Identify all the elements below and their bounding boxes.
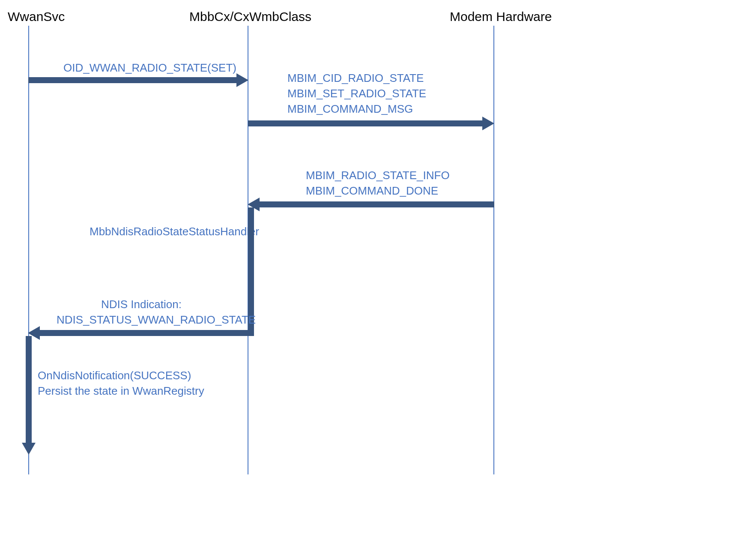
arrow-oid-set bbox=[28, 77, 238, 83]
msg-oid-set-label: OID_WWAN_RADIO_STATE(SET) bbox=[63, 61, 236, 75]
sequence-diagram: WwanSvc MbbCx/CxWmbClass Modem Hardware … bbox=[0, 0, 756, 537]
lifeline-modem bbox=[493, 26, 494, 474]
msg-mbim-done-label: MBIM_COMMAND_DONE bbox=[306, 184, 438, 198]
msg-mbim-info-label: MBIM_RADIO_STATE_INFO bbox=[306, 168, 450, 183]
msg-ndis-ind-line2: NDIS_STATUS_WWAN_RADIO_STATE bbox=[57, 313, 256, 327]
msg-handler-label: MbbNdisRadioStateStatusHandler bbox=[90, 225, 259, 239]
participant-mbbcx: MbbCx/CxWmbClass bbox=[189, 9, 311, 24]
arrow-mbim-done bbox=[259, 201, 494, 207]
msg-mbim-cid-label: MBIM_CID_RADIO_STATE bbox=[287, 71, 424, 86]
arrow-onndis-head bbox=[22, 443, 36, 455]
msg-mbim-set-label: MBIM_SET_RADIO_STATE bbox=[287, 87, 426, 101]
arrow-ndis-ind-horizontal bbox=[39, 330, 254, 336]
arrow-mbim-cmd-head bbox=[482, 117, 494, 130]
arrow-oid-set-head bbox=[236, 73, 248, 87]
arrow-mbim-cmd bbox=[248, 120, 484, 126]
participant-wwansvc: WwanSvc bbox=[8, 9, 65, 24]
msg-ndis-ind-line1: NDIS Indication: bbox=[101, 297, 182, 312]
msg-mbim-cmd-label: MBIM_COMMAND_MSG bbox=[287, 102, 413, 117]
msg-onndis-line2: Persist the state in WwanRegistry bbox=[38, 384, 204, 399]
arrow-onndis-vertical bbox=[26, 336, 32, 444]
participant-modem: Modem Hardware bbox=[450, 9, 552, 24]
msg-onndis-line1: OnNdisNotification(SUCCESS) bbox=[38, 369, 191, 383]
